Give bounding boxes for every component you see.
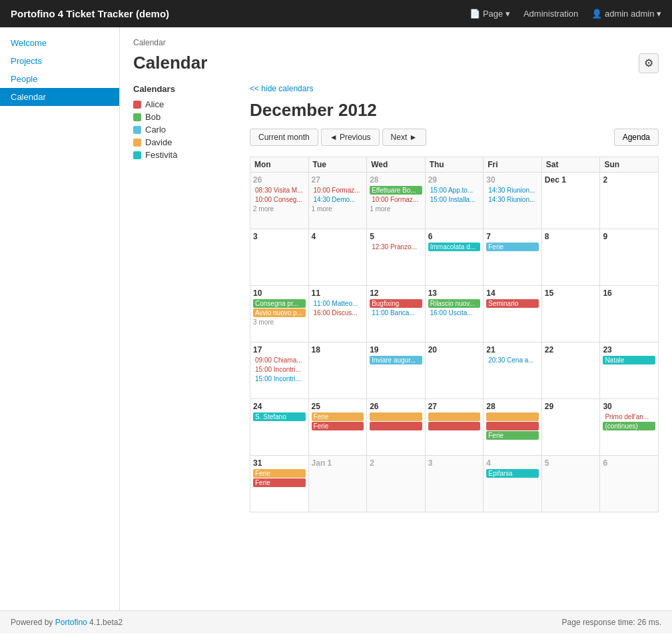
user-menu[interactable]: 👤 admin admin ▾	[591, 9, 661, 19]
event[interactable]: Effettuare Bo...	[370, 186, 422, 195]
more-events-link[interactable]: 1 more	[312, 205, 332, 213]
table-row: 26 08:30 Visita M... 10:00 Conseg... 2 m…	[250, 173, 659, 229]
sidebar-item-projects[interactable]: Projects	[0, 52, 119, 70]
weekday-header-row: Mon Tue Wed Thu Fri Sat Sun	[250, 157, 659, 173]
calendar-area: << hide calendars December 2012 Current …	[250, 84, 659, 512]
table-row: 17 09:00 Chiama... 15:00 Incontri... 15:…	[250, 342, 659, 399]
event[interactable]: Ferie	[312, 422, 364, 430]
cell-dec25: 25 Ferie Ferie	[308, 399, 367, 456]
day-number: 28	[486, 402, 539, 411]
event[interactable]	[428, 422, 481, 430]
event[interactable]: 15:00 Incontri...	[253, 365, 306, 374]
administration-link[interactable]: Administration	[523, 9, 578, 19]
sidebar-item-people[interactable]: People	[0, 70, 119, 88]
cell-dec15: 15	[541, 286, 600, 342]
day-number: 4	[486, 458, 539, 468]
event[interactable]: Rilascio nuov...	[428, 299, 481, 308]
event[interactable]	[370, 412, 422, 421]
event[interactable]: Ferie	[253, 478, 306, 487]
previous-button[interactable]: ◄ Previous	[321, 129, 380, 146]
event[interactable]	[370, 422, 422, 430]
cell-dec3: 3	[250, 229, 309, 286]
day-number: 2	[603, 175, 655, 185]
day-number: 8	[545, 232, 597, 241]
sidebar-item-welcome[interactable]: Welcome	[0, 34, 119, 52]
event[interactable]: Consegna pr...	[253, 299, 306, 308]
app-brand: Portofino 4 Ticket Tracker (demo)	[11, 8, 470, 19]
cell-dec24: 24 S. Stefano	[250, 399, 309, 456]
event[interactable]: Primo dell'an...	[603, 412, 655, 421]
event[interactable]: 10:00 Conseg...	[253, 195, 306, 204]
cell-nov29: 29 15:00 App.to... 15:00 Installa...	[425, 173, 484, 229]
event[interactable]	[486, 412, 539, 421]
layout: Welcome Projects People Calendar Calenda…	[0, 27, 672, 610]
event[interactable]: Immacolata d...	[428, 243, 481, 251]
current-month-button[interactable]: Current month	[250, 129, 318, 146]
event[interactable]: 14:30 Riunion...	[486, 186, 539, 195]
carlo-label: Carlo	[145, 125, 166, 135]
agenda-button[interactable]: Agenda	[614, 129, 659, 146]
event[interactable]: Ferie	[312, 412, 364, 421]
event[interactable]: 16:00 Discus...	[312, 309, 364, 317]
event[interactable]: Ferie	[253, 469, 306, 478]
more-events-link[interactable]: 3 more	[253, 318, 274, 326]
event[interactable]: 15:00 Installa...	[428, 195, 481, 204]
event[interactable]: 10:00 Formaz...	[370, 195, 422, 204]
hide-calendars-link[interactable]: << hide calendars	[250, 84, 659, 93]
event[interactable]: Ferie	[486, 431, 539, 440]
day-number: 30	[603, 402, 655, 411]
event[interactable]: 12:30 Pranzo...	[370, 243, 422, 251]
day-number: 18	[312, 345, 364, 354]
event[interactable]: Ferie	[486, 243, 539, 251]
cell-dec9: 9	[600, 229, 659, 286]
cell-nov28: 28 Effettuare Bo... 10:00 Formaz... 1 mo…	[367, 173, 426, 229]
cell-dec16: 16	[600, 286, 659, 342]
day-number: 4	[312, 232, 364, 241]
event[interactable]: Inviare augur...	[370, 356, 422, 364]
event[interactable]: Bugfixing	[370, 299, 422, 308]
more-events-link[interactable]: 1 more	[370, 205, 390, 213]
navbar: Portofino 4 Ticket Tracker (demo) 📄 Page…	[0, 0, 672, 27]
next-button[interactable]: Next ►	[382, 129, 426, 146]
cell-jan2: 2	[367, 456, 426, 512]
event[interactable]: 08:30 Visita M...	[253, 186, 306, 195]
event[interactable]	[428, 412, 481, 421]
content-area: Calendars Alice Bob Carlo Davide	[133, 84, 659, 512]
event[interactable]: Epifania	[486, 469, 539, 478]
event[interactable]: 16:00 Uscita...	[428, 309, 481, 317]
day-number: 29	[545, 402, 597, 411]
more-events-link[interactable]: 2 more	[253, 205, 274, 213]
event[interactable]: Seminario	[486, 299, 539, 308]
event[interactable]: 10:00 Formaz...	[312, 186, 364, 195]
day-number: 6	[603, 458, 655, 468]
event[interactable]: 09:00 Chiama...	[253, 356, 306, 364]
portofino-link[interactable]: Portofino	[55, 618, 87, 627]
sidebar-item-calendar[interactable]: Calendar	[0, 88, 119, 106]
event[interactable]: 14:30 Demo...	[312, 195, 364, 204]
table-row: 3 4 5 12:30 Pranzo... 6 Immaco	[250, 229, 659, 286]
event[interactable]: Avvio nuovo p...	[253, 309, 306, 317]
day-number: 25	[312, 402, 364, 411]
calendar-table: Mon Tue Wed Thu Fri Sat Sun	[250, 157, 659, 512]
event[interactable]: 15:00 Incontri...	[253, 374, 306, 383]
event[interactable]: 11:00 Banca...	[370, 309, 422, 317]
day-number: 10	[253, 289, 306, 298]
event[interactable]: 14:30 Riunion...	[486, 195, 539, 204]
day-number: 5	[370, 232, 422, 241]
event[interactable]: 11:00 Matteo...	[312, 299, 364, 308]
event[interactable]: (continues)	[603, 422, 655, 430]
settings-button[interactable]: ⚙	[639, 53, 659, 73]
event[interactable]	[486, 422, 539, 430]
alice-label: Alice	[145, 99, 164, 109]
event[interactable]: 20:30 Cena a...	[486, 356, 539, 364]
event[interactable]: Natale	[603, 356, 655, 364]
page-menu[interactable]: 📄 Page ▾	[470, 9, 510, 19]
cell-dec22: 22	[541, 342, 600, 399]
day-number: 11	[312, 289, 364, 298]
footer-left: Powered by Portofino 4.1.beta2	[11, 618, 123, 627]
event[interactable]: S. Stefano	[253, 412, 306, 421]
festivita-color-dot	[133, 151, 141, 159]
davide-label: Davide	[145, 137, 172, 147]
alice-color-dot	[133, 101, 141, 109]
event[interactable]: 15:00 App.to...	[428, 186, 481, 195]
